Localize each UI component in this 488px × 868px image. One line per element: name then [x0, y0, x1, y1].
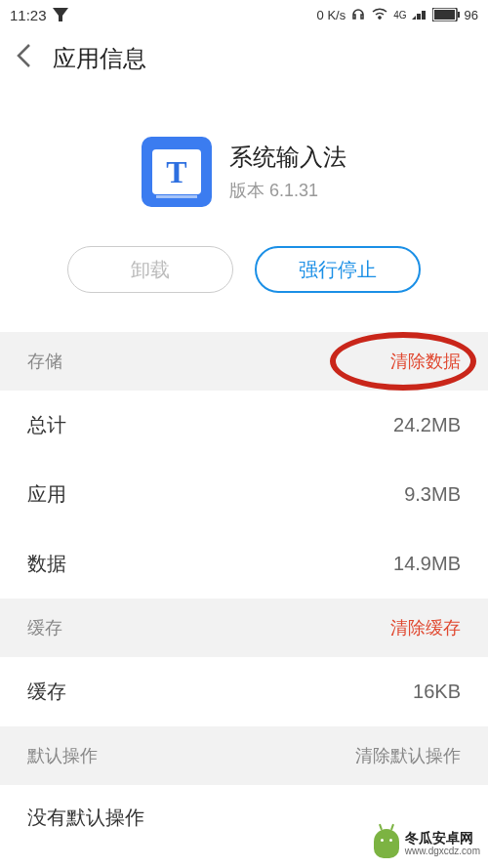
- watermark: 冬瓜安卓网 www.dgxcdz.com: [374, 829, 480, 858]
- force-stop-button[interactable]: 强行停止: [255, 246, 421, 293]
- header: 应用信息: [0, 29, 488, 88]
- storage-row-total: 总计 24.2MB: [0, 391, 488, 460]
- signal-icon: [412, 8, 427, 22]
- storage-row-app: 应用 9.3MB: [0, 460, 488, 529]
- uninstall-button[interactable]: 卸载: [67, 246, 233, 293]
- highlight-annotation: [330, 332, 476, 391]
- cache-row: 缓存 16KB: [0, 657, 488, 726]
- headphones-icon: [350, 6, 366, 24]
- app-info-section: T 系统输入法 版本 6.1.31: [0, 88, 488, 236]
- action-buttons: 卸载 强行停止: [0, 236, 488, 332]
- watermark-url: www.dgxcdz.com: [405, 846, 480, 856]
- battery-percent: 96: [465, 8, 478, 22]
- default-ops-section-header: 默认操作 清除默认操作: [0, 726, 488, 785]
- default-ops-label: 默认操作: [27, 744, 98, 767]
- page-title: 应用信息: [53, 43, 146, 74]
- storage-label: 存储: [27, 350, 62, 373]
- signal-label: 4G: [393, 10, 406, 21]
- storage-section-header: 存储 清除数据: [0, 332, 488, 391]
- app-icon: T: [142, 137, 212, 207]
- status-time: 11:23: [10, 7, 47, 23]
- android-mascot-icon: [374, 829, 399, 858]
- app-version: 版本 6.1.31: [229, 179, 346, 202]
- svg-rect-3: [458, 12, 460, 18]
- back-button[interactable]: [16, 43, 31, 75]
- battery-icon: [432, 8, 460, 21]
- wifi-icon: [371, 7, 388, 23]
- clear-default-button[interactable]: 清除默认操作: [355, 744, 461, 767]
- cache-section-header: 缓存 清除缓存: [0, 599, 488, 657]
- app-name: 系统输入法: [229, 142, 346, 173]
- watermark-name: 冬瓜安卓网: [405, 831, 480, 846]
- network-speed: 0 K/s: [317, 8, 346, 22]
- cache-label: 缓存: [27, 616, 62, 640]
- clear-cache-button[interactable]: 清除缓存: [390, 616, 461, 640]
- svg-point-0: [379, 16, 382, 19]
- notification-icon: [53, 8, 68, 21]
- status-bar: 11:23 0 K/s 4G 96: [0, 0, 488, 29]
- storage-row-data: 数据 14.9MB: [0, 529, 488, 599]
- svg-rect-2: [434, 10, 455, 20]
